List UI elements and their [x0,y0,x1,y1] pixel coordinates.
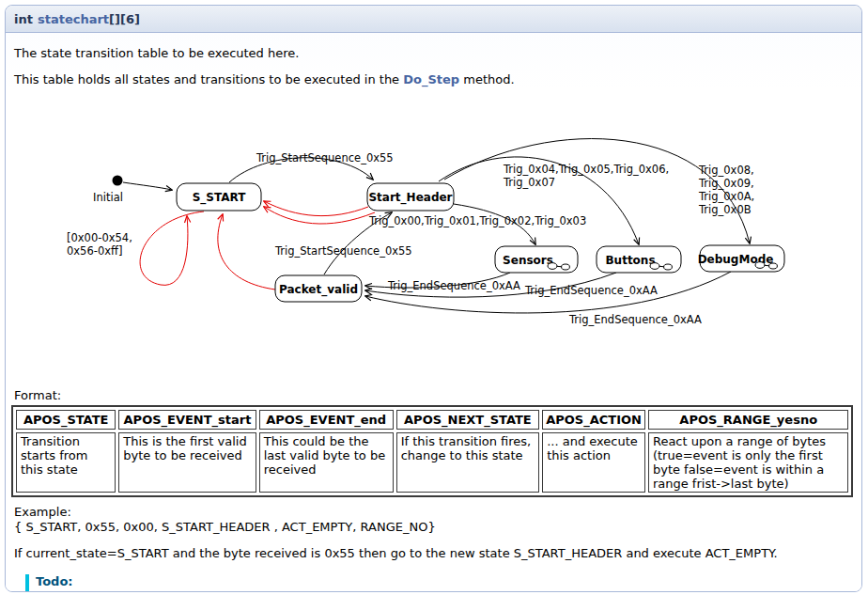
label-trig-04-06: Trig_0x04,Trig_0x05,Trig_0x06, [503,163,669,176]
label-start-sequence-top: Trig_StartSequence_0x55 [256,151,394,164]
state-buttons-label: Buttons [605,254,655,267]
description-line-1: The state transition table to be execute… [14,46,853,61]
format-table-body-row: Transition starts from this state This i… [16,432,848,493]
column-header-apos-range-yesno: APOS_RANGE_yesno [648,410,849,430]
initial-state-dot [113,176,123,186]
member-name-link[interactable]: statechart [38,12,109,26]
label-trig-08: Trig_0x08, [698,164,754,177]
example-block: Example: { S_START, 0x55, 0x00, S_START_… [14,505,853,535]
label-trig-00-03: Trig_0x00,Trig_0x01,Trig_0x02,Trig_0x03 [368,214,586,227]
todo-label: Todo: [36,574,857,588]
label-start-sequence-bottom: Trig_StartSequence_0x55 [274,244,412,258]
member-type: int [14,12,33,26]
label-trig-09: Trig_0x09, [698,177,754,190]
todo-text: Update the diagram [71,590,857,592]
edge-initial-to-s-start [123,182,172,190]
state-packet-valid-label: Packet_valid [279,283,358,297]
edge-packet-valid-to-s-start [218,214,275,290]
description-line-2-prefix: This table holds all states and transiti… [14,72,403,86]
format-table: APOS_STATE APOS_EVENT_start APOS_EVENT_e… [11,405,853,497]
column-header-apos-action: APOS_ACTION [542,410,645,430]
cell-apos-range-yesno: React upon a range of bytes (true=event … [648,432,849,493]
label-trig-0a: Trig_0x0A, [698,190,754,203]
cell-apos-event-start: This is the first valid byte to be recei… [118,432,256,493]
state-start-header-label: Start_Header [368,191,452,205]
example-label: Example: [14,505,853,520]
column-header-apos-next-state: APOS_NEXT_STATE [396,410,540,430]
cell-apos-next-state: If this transition fires, change to this… [396,432,540,493]
member-documentation: The state transition table to be execute… [6,33,861,592]
statechart-diagram: Initial S_START Start_Header Sensors But… [10,125,861,377]
state-s-start-label: S_START [193,191,247,205]
todo-section: Todo: Update the diagram [25,574,857,592]
member-prototype-header: intstatechart[][6] [6,6,861,33]
column-header-apos-event-end: APOS_EVENT_end [259,410,394,430]
format-table-header-row: APOS_STATE APOS_EVENT_start APOS_EVENT_e… [16,410,848,430]
column-header-apos-event-start: APOS_EVENT_start [118,410,256,430]
cell-apos-state: Transition starts from this state [16,432,116,493]
member-args: [][6] [109,12,140,26]
label-range-line1: [0x00-0x54, [67,231,132,244]
description-line-2-suffix: method. [459,72,514,86]
cell-apos-action: ... and execute this action [542,432,645,493]
member-detail-panel: intstatechart[][6] The state transition … [5,5,862,592]
label-trig-0b: Trig_0x0B [698,203,752,216]
initial-state-label: Initial [93,191,123,204]
cell-apos-event-end: This could be the last valid byte to be … [259,432,394,493]
edge-s-start-self-loop [140,211,204,285]
edge-start-header-to-s-start-1 [264,201,368,216]
state-sensors-label: Sensors [503,254,553,267]
description-line-2: This table holds all states and transiti… [14,72,853,87]
format-label: Format: [14,388,853,403]
example-code: { S_START, 0x55, 0x00, S_START_HEADER , … [14,520,853,535]
label-end-sequence-1: Trig_EndSequence_0xAA [387,279,520,292]
do-step-link[interactable]: Do_Step [403,72,459,86]
column-header-apos-state: APOS_STATE [16,410,116,430]
edge-start-header-to-s-start-2 [264,207,375,224]
label-range-line2: 0x56-0xff] [67,244,122,258]
example-explanation: If current_state=S_START and the byte re… [14,546,853,561]
label-trig-07: Trig_0x07 [503,176,555,189]
label-end-sequence-2: Trig_EndSequence_0xAA [524,284,658,297]
label-end-sequence-3: Trig_EndSequence_0xAA [568,313,702,326]
